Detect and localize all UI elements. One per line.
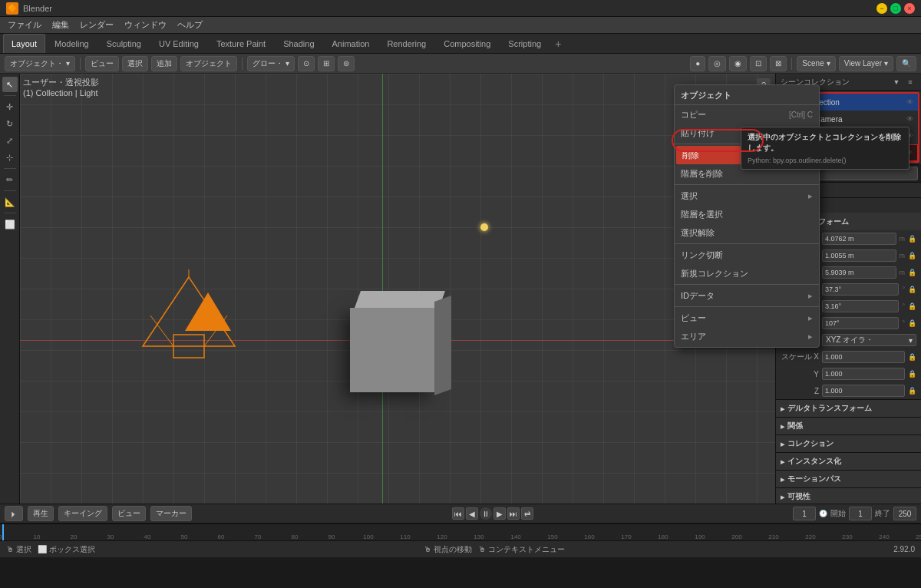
- viewport-shading-solid[interactable]: ●: [690, 56, 705, 71]
- loc-z-lock[interactable]: 🔒: [908, 269, 916, 276]
- gizmo-toggle[interactable]: ⊠: [770, 56, 787, 71]
- collection-visibility[interactable]: 👁: [904, 97, 915, 107]
- ctx-link-cut[interactable]: リンク切断: [675, 246, 819, 264]
- ctx-copy[interactable]: コピー [Ctrl] C: [675, 105, 819, 124]
- viewport-shading-rendered[interactable]: ◉: [729, 56, 747, 71]
- tab-rendering[interactable]: Rendering: [378, 34, 434, 53]
- scale-z[interactable]: 1.000: [822, 385, 905, 397]
- ctx-area[interactable]: エリア ▸: [675, 327, 819, 345]
- end-frame-display[interactable]: 250: [893, 507, 916, 520]
- scale-x-lock[interactable]: 🔒: [908, 353, 916, 361]
- view-menu[interactable]: ビュー: [85, 56, 119, 71]
- viewport-shading-material[interactable]: ◎: [708, 56, 726, 71]
- ctx-deselect[interactable]: 選択解除: [675, 223, 819, 242]
- menu-help[interactable]: ヘルプ: [173, 18, 207, 32]
- collection-header[interactable]: ▸ コレクション: [776, 435, 921, 452]
- outliner-settings-btn[interactable]: ≡: [904, 76, 916, 88]
- tab-modeling[interactable]: Modeling: [46, 34, 97, 53]
- next-frame-btn[interactable]: ▶: [494, 507, 506, 520]
- ctx-select[interactable]: 選択 ▸: [675, 187, 819, 205]
- scale-x[interactable]: 1.000: [822, 351, 905, 363]
- rot-x-lock[interactable]: 🔒: [908, 286, 916, 293]
- play-pause-btn[interactable]: ⏸: [480, 507, 492, 520]
- proportional-edit[interactable]: ⊜: [338, 56, 355, 71]
- keying-btn[interactable]: キーイング: [58, 506, 107, 521]
- prev-frame-btn[interactable]: ◀: [466, 507, 478, 520]
- maximize-button[interactable]: □: [890, 3, 901, 14]
- scale-y-lock[interactable]: 🔒: [908, 370, 916, 378]
- snap-btn[interactable]: ⊞: [318, 56, 335, 71]
- timeline-mode-btn[interactable]: ⏵: [5, 506, 23, 521]
- rot-y-lock[interactable]: 🔒: [908, 302, 916, 310]
- transform-pivot[interactable]: ⊙: [298, 56, 315, 71]
- start-frame-display[interactable]: 1: [849, 507, 872, 520]
- ctx-new-collection[interactable]: 新規コレクション: [675, 264, 819, 282]
- ctx-select-hierarchy[interactable]: 階層を選択: [675, 205, 819, 223]
- add-cube-tool[interactable]: ⬜: [2, 216, 18, 232]
- delta-transform-header[interactable]: ▸ デルタトランスフォーム: [776, 400, 921, 417]
- menu-file[interactable]: ファイル: [3, 18, 46, 32]
- object-mode-dropdown[interactable]: オブジェクト・ ▾: [5, 56, 75, 71]
- loop-btn[interactable]: ⇄: [521, 507, 533, 520]
- select-menu[interactable]: 選択: [122, 56, 148, 71]
- camera-visibility[interactable]: 👁: [904, 114, 915, 124]
- add-workspace-button[interactable]: +: [550, 34, 566, 53]
- minimize-button[interactable]: −: [876, 3, 887, 14]
- timeline-controls-bar: ⏵ 再生 キーイング ビュー マーカー ⏮ ◀ ⏸ ▶ ⏭ ⇄ 1 🕐 開始 1…: [0, 504, 921, 524]
- menu-render[interactable]: レンダー: [75, 18, 118, 32]
- ctx-id-data[interactable]: IDデータ ▸: [675, 286, 819, 305]
- loc-lock-icon[interactable]: 🔒: [908, 235, 916, 243]
- rotation-z[interactable]: 107°: [822, 317, 899, 329]
- cursor-tool[interactable]: ↖: [2, 77, 18, 92]
- tab-animation[interactable]: Animation: [324, 34, 378, 53]
- search-button[interactable]: 🔍: [896, 56, 916, 71]
- scale-y[interactable]: 1.000: [822, 368, 905, 380]
- loc-y-lock[interactable]: 🔒: [908, 252, 916, 259]
- motion-path-header[interactable]: ▸ モーションパス: [776, 471, 921, 487]
- viewport-overlays[interactable]: ⊡: [750, 56, 767, 71]
- rotation-mode-dropdown[interactable]: XYZ オイラ・ ▾: [822, 334, 916, 346]
- scene-dropdown[interactable]: Scene ▾: [797, 56, 835, 71]
- play-btn[interactable]: 再生: [28, 506, 54, 521]
- location-z[interactable]: 5.9039 m: [822, 266, 896, 279]
- tab-sculpting[interactable]: Sculpting: [98, 34, 150, 53]
- measure-tool[interactable]: 📐: [2, 194, 18, 210]
- global-mode-label: グロー・: [253, 58, 283, 69]
- scale-tool[interactable]: ⤢: [2, 133, 18, 148]
- rotation-x[interactable]: 37.3°: [822, 283, 899, 296]
- tab-shading[interactable]: Shading: [275, 34, 322, 53]
- go-to-start-btn[interactable]: ⏮: [452, 507, 464, 520]
- tab-texture-paint[interactable]: Texture Paint: [208, 34, 274, 53]
- menu-edit[interactable]: 編集: [48, 18, 74, 32]
- tab-compositing[interactable]: Compositing: [435, 34, 499, 53]
- rot-z-lock[interactable]: 🔒: [908, 319, 916, 327]
- current-frame-display[interactable]: 1: [793, 507, 816, 520]
- marker-btn[interactable]: マーカー: [150, 506, 192, 521]
- location-y[interactable]: 1.0055 m: [822, 249, 896, 262]
- view-btn[interactable]: ビュー: [112, 506, 146, 521]
- go-to-end-btn[interactable]: ⏭: [507, 507, 520, 520]
- 3d-viewport[interactable]: ユーザー・透視投影 (1) Collection | Light ?: [20, 74, 775, 504]
- move-tool[interactable]: ✛: [2, 99, 18, 114]
- visibility-section: ▸ 可視性: [776, 488, 921, 504]
- ctx-view[interactable]: ビュー ▸: [675, 309, 819, 327]
- outliner-filter-btn[interactable]: ▼: [890, 76, 903, 88]
- transform-tool[interactable]: ⊹: [2, 150, 18, 165]
- global-mode-dropdown[interactable]: グロー・ ▾: [247, 56, 295, 71]
- instancing-header[interactable]: ▸ インスタンス化: [776, 453, 921, 470]
- tab-scripting[interactable]: Scripting: [500, 34, 550, 53]
- close-button[interactable]: ×: [904, 3, 915, 14]
- rotate-tool[interactable]: ↻: [2, 116, 18, 131]
- tab-layout[interactable]: Layout: [3, 34, 45, 53]
- add-menu[interactable]: 追加: [151, 56, 177, 71]
- visibility-header[interactable]: ▸ 可視性: [776, 488, 921, 504]
- tab-uv-editing[interactable]: UV Editing: [150, 34, 207, 53]
- rotation-y[interactable]: 3.16°: [822, 300, 899, 312]
- relations-header[interactable]: ▸ 関係: [776, 418, 921, 434]
- menu-window[interactable]: ウィンドウ: [120, 18, 171, 32]
- view-layer-dropdown[interactable]: View Layer ▾: [839, 56, 893, 71]
- location-x[interactable]: 4.0762 m: [822, 233, 896, 245]
- scale-z-lock[interactable]: 🔒: [908, 387, 916, 395]
- annotate-tool[interactable]: ✏: [2, 172, 18, 187]
- object-menu[interactable]: オブジェクト: [180, 56, 237, 71]
